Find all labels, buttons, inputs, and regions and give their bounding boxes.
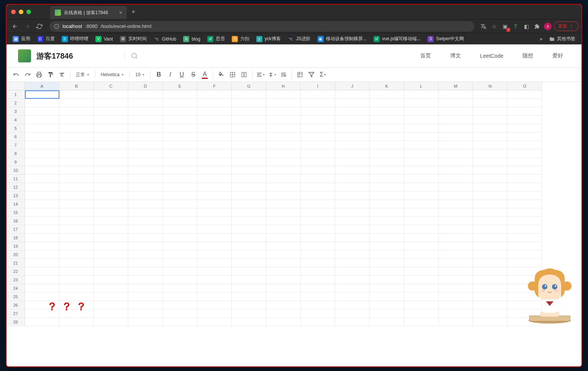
column-header[interactable]: B bbox=[59, 82, 94, 90]
cell[interactable] bbox=[439, 166, 473, 175]
cell[interactable] bbox=[508, 309, 542, 318]
cell[interactable] bbox=[25, 284, 59, 293]
cell[interactable] bbox=[25, 107, 59, 116]
cell[interactable] bbox=[25, 132, 59, 141]
bookmark-item[interactable]: ⌥GitHub bbox=[151, 34, 179, 44]
cell[interactable] bbox=[404, 225, 439, 234]
cell[interactable] bbox=[335, 132, 370, 141]
cell[interactable] bbox=[301, 107, 335, 116]
cell[interactable] bbox=[163, 318, 197, 326]
cell[interactable] bbox=[163, 276, 197, 284]
cell[interactable] bbox=[232, 107, 266, 116]
bookmark-item[interactable]: 百百度 bbox=[34, 34, 58, 44]
bookmark-item[interactable]: ⌥JS进阶 bbox=[285, 34, 314, 44]
cell[interactable] bbox=[439, 158, 473, 166]
cell[interactable] bbox=[163, 293, 197, 301]
cell[interactable] bbox=[301, 191, 335, 200]
cell[interactable] bbox=[232, 124, 266, 132]
minimize-window-button[interactable] bbox=[19, 10, 23, 14]
cell[interactable] bbox=[335, 200, 370, 208]
row-header[interactable]: 23 bbox=[7, 276, 25, 284]
cell[interactable] bbox=[370, 158, 404, 166]
cell[interactable] bbox=[232, 234, 266, 242]
cell[interactable] bbox=[508, 124, 542, 132]
cell[interactable] bbox=[128, 250, 163, 259]
cell[interactable] bbox=[266, 293, 301, 301]
cell[interactable] bbox=[335, 259, 370, 267]
cell[interactable] bbox=[508, 149, 542, 158]
forward-button[interactable] bbox=[22, 21, 33, 32]
cell[interactable] bbox=[25, 276, 59, 284]
cell[interactable] bbox=[370, 234, 404, 242]
row-header[interactable]: 19 bbox=[7, 242, 25, 250]
cell[interactable] bbox=[163, 107, 197, 116]
cell[interactable] bbox=[163, 234, 197, 242]
column-header[interactable]: H bbox=[266, 82, 301, 90]
cell[interactable] bbox=[266, 158, 301, 166]
cell[interactable] bbox=[59, 318, 94, 326]
cell[interactable] bbox=[508, 293, 542, 301]
cell[interactable] bbox=[335, 191, 370, 200]
cell[interactable] bbox=[25, 217, 59, 225]
cell[interactable] bbox=[128, 149, 163, 158]
cell[interactable] bbox=[197, 242, 232, 250]
cell[interactable] bbox=[335, 217, 370, 225]
horizontal-align-button[interactable]: ▼ bbox=[256, 70, 265, 80]
cell[interactable] bbox=[128, 234, 163, 242]
cell[interactable] bbox=[94, 250, 128, 259]
cell[interactable] bbox=[301, 301, 335, 309]
cell[interactable] bbox=[301, 166, 335, 175]
vertical-align-button[interactable]: ▼ bbox=[267, 70, 277, 80]
filter-button[interactable] bbox=[306, 70, 316, 80]
cell[interactable] bbox=[163, 309, 197, 318]
cell[interactable] bbox=[335, 124, 370, 132]
cell[interactable] bbox=[94, 158, 128, 166]
cell[interactable] bbox=[163, 242, 197, 250]
cell[interactable] bbox=[301, 208, 335, 217]
cell[interactable] bbox=[473, 149, 508, 158]
column-header[interactable]: D bbox=[128, 82, 163, 90]
cell[interactable] bbox=[439, 318, 473, 326]
cell[interactable] bbox=[94, 90, 128, 99]
cell[interactable] bbox=[404, 284, 439, 293]
cell[interactable] bbox=[508, 225, 542, 234]
cell[interactable] bbox=[128, 99, 163, 107]
row-header[interactable]: 6 bbox=[7, 132, 25, 141]
clear-format-button[interactable] bbox=[57, 70, 67, 80]
cell[interactable] bbox=[508, 99, 542, 107]
cell[interactable] bbox=[197, 124, 232, 132]
cell[interactable] bbox=[232, 301, 266, 309]
cell[interactable] bbox=[473, 132, 508, 141]
cell[interactable] bbox=[197, 200, 232, 208]
cell[interactable] bbox=[335, 293, 370, 301]
cell[interactable] bbox=[59, 149, 94, 158]
cell[interactable] bbox=[94, 309, 128, 318]
bookmark-item[interactable]: ◉移动设备强制横屏... bbox=[314, 34, 370, 44]
strikethrough-button[interactable]: S bbox=[188, 70, 198, 80]
cell[interactable] bbox=[508, 259, 542, 267]
cell[interactable] bbox=[59, 166, 94, 175]
cell[interactable] bbox=[404, 90, 439, 99]
column-header[interactable]: J bbox=[335, 82, 370, 90]
column-header[interactable]: L bbox=[404, 82, 439, 90]
cell[interactable] bbox=[163, 200, 197, 208]
cell[interactable] bbox=[94, 99, 128, 107]
cell[interactable] bbox=[128, 318, 163, 326]
cell[interactable] bbox=[25, 175, 59, 183]
cell[interactable] bbox=[197, 149, 232, 158]
cell[interactable] bbox=[266, 217, 301, 225]
cell[interactable] bbox=[404, 293, 439, 301]
cell[interactable] bbox=[232, 250, 266, 259]
cell[interactable] bbox=[301, 309, 335, 318]
cell[interactable] bbox=[370, 301, 404, 309]
cell[interactable] bbox=[404, 107, 439, 116]
cell[interactable] bbox=[301, 175, 335, 183]
cell[interactable] bbox=[197, 309, 232, 318]
bookmark-item[interactable]: b哔哩哔哩 bbox=[59, 34, 92, 44]
close-window-button[interactable] bbox=[11, 10, 16, 14]
cell[interactable] bbox=[370, 149, 404, 158]
cell[interactable] bbox=[439, 183, 473, 191]
column-header[interactable]: G bbox=[232, 82, 266, 90]
cell[interactable] bbox=[335, 250, 370, 259]
cell[interactable] bbox=[128, 276, 163, 284]
